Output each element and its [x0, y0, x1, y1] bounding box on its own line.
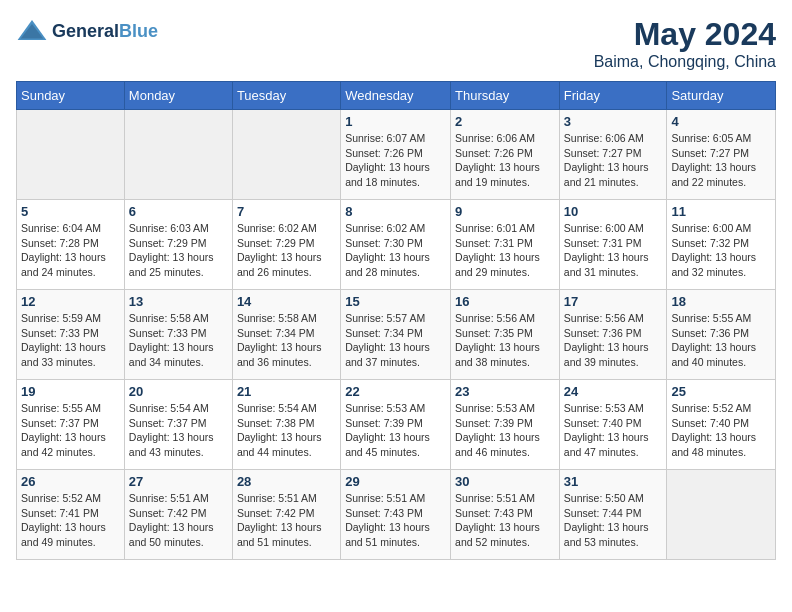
- calendar-cell: 12Sunrise: 5:59 AM Sunset: 7:33 PM Dayli…: [17, 290, 125, 380]
- calendar-cell: 19Sunrise: 5:55 AM Sunset: 7:37 PM Dayli…: [17, 380, 125, 470]
- page-header: GeneralBlue May 2024 Baima, Chongqing, C…: [16, 16, 776, 71]
- day-number: 1: [345, 114, 446, 129]
- calendar-cell: 14Sunrise: 5:58 AM Sunset: 7:34 PM Dayli…: [232, 290, 340, 380]
- calendar-cell: 27Sunrise: 5:51 AM Sunset: 7:42 PM Dayli…: [124, 470, 232, 560]
- calendar-cell: 21Sunrise: 5:54 AM Sunset: 7:38 PM Dayli…: [232, 380, 340, 470]
- weekday-header-tuesday: Tuesday: [232, 82, 340, 110]
- day-number: 2: [455, 114, 555, 129]
- day-number: 27: [129, 474, 228, 489]
- day-number: 21: [237, 384, 336, 399]
- calendar-table: SundayMondayTuesdayWednesdayThursdayFrid…: [16, 81, 776, 560]
- day-info: Sunrise: 6:01 AM Sunset: 7:31 PM Dayligh…: [455, 221, 555, 280]
- day-info: Sunrise: 6:04 AM Sunset: 7:28 PM Dayligh…: [21, 221, 120, 280]
- weekday-header-thursday: Thursday: [451, 82, 560, 110]
- calendar-cell: 5Sunrise: 6:04 AM Sunset: 7:28 PM Daylig…: [17, 200, 125, 290]
- day-number: 24: [564, 384, 663, 399]
- day-number: 29: [345, 474, 446, 489]
- day-info: Sunrise: 6:02 AM Sunset: 7:29 PM Dayligh…: [237, 221, 336, 280]
- calendar-cell: 31Sunrise: 5:50 AM Sunset: 7:44 PM Dayli…: [559, 470, 667, 560]
- calendar-cell: 29Sunrise: 5:51 AM Sunset: 7:43 PM Dayli…: [341, 470, 451, 560]
- main-title: May 2024: [594, 16, 776, 53]
- calendar-cell: [17, 110, 125, 200]
- day-number: 10: [564, 204, 663, 219]
- day-number: 18: [671, 294, 771, 309]
- logo-icon: [16, 16, 48, 48]
- day-number: 4: [671, 114, 771, 129]
- calendar-cell: 30Sunrise: 5:51 AM Sunset: 7:43 PM Dayli…: [451, 470, 560, 560]
- calendar-cell: 6Sunrise: 6:03 AM Sunset: 7:29 PM Daylig…: [124, 200, 232, 290]
- day-info: Sunrise: 5:53 AM Sunset: 7:39 PM Dayligh…: [455, 401, 555, 460]
- calendar-cell: 24Sunrise: 5:53 AM Sunset: 7:40 PM Dayli…: [559, 380, 667, 470]
- day-number: 31: [564, 474, 663, 489]
- weekday-header-sunday: Sunday: [17, 82, 125, 110]
- day-info: Sunrise: 5:58 AM Sunset: 7:33 PM Dayligh…: [129, 311, 228, 370]
- day-number: 26: [21, 474, 120, 489]
- calendar-cell: [667, 470, 776, 560]
- day-number: 12: [21, 294, 120, 309]
- calendar-cell: 28Sunrise: 5:51 AM Sunset: 7:42 PM Dayli…: [232, 470, 340, 560]
- day-info: Sunrise: 5:50 AM Sunset: 7:44 PM Dayligh…: [564, 491, 663, 550]
- day-number: 23: [455, 384, 555, 399]
- day-number: 3: [564, 114, 663, 129]
- calendar-cell: 25Sunrise: 5:52 AM Sunset: 7:40 PM Dayli…: [667, 380, 776, 470]
- day-info: Sunrise: 5:55 AM Sunset: 7:37 PM Dayligh…: [21, 401, 120, 460]
- weekday-header-monday: Monday: [124, 82, 232, 110]
- day-info: Sunrise: 5:53 AM Sunset: 7:40 PM Dayligh…: [564, 401, 663, 460]
- day-info: Sunrise: 5:53 AM Sunset: 7:39 PM Dayligh…: [345, 401, 446, 460]
- title-block: May 2024 Baima, Chongqing, China: [594, 16, 776, 71]
- calendar-cell: 17Sunrise: 5:56 AM Sunset: 7:36 PM Dayli…: [559, 290, 667, 380]
- calendar-cell: 11Sunrise: 6:00 AM Sunset: 7:32 PM Dayli…: [667, 200, 776, 290]
- day-number: 11: [671, 204, 771, 219]
- logo-text: GeneralBlue: [52, 22, 158, 42]
- calendar-cell: 26Sunrise: 5:52 AM Sunset: 7:41 PM Dayli…: [17, 470, 125, 560]
- day-info: Sunrise: 5:55 AM Sunset: 7:36 PM Dayligh…: [671, 311, 771, 370]
- calendar-cell: 4Sunrise: 6:05 AM Sunset: 7:27 PM Daylig…: [667, 110, 776, 200]
- day-info: Sunrise: 5:51 AM Sunset: 7:42 PM Dayligh…: [237, 491, 336, 550]
- calendar-cell: 23Sunrise: 5:53 AM Sunset: 7:39 PM Dayli…: [451, 380, 560, 470]
- day-info: Sunrise: 6:06 AM Sunset: 7:26 PM Dayligh…: [455, 131, 555, 190]
- day-info: Sunrise: 5:52 AM Sunset: 7:41 PM Dayligh…: [21, 491, 120, 550]
- day-info: Sunrise: 5:54 AM Sunset: 7:38 PM Dayligh…: [237, 401, 336, 460]
- day-number: 6: [129, 204, 228, 219]
- day-info: Sunrise: 5:51 AM Sunset: 7:43 PM Dayligh…: [345, 491, 446, 550]
- day-number: 17: [564, 294, 663, 309]
- calendar-cell: 16Sunrise: 5:56 AM Sunset: 7:35 PM Dayli…: [451, 290, 560, 380]
- weekday-header-wednesday: Wednesday: [341, 82, 451, 110]
- day-number: 5: [21, 204, 120, 219]
- day-number: 8: [345, 204, 446, 219]
- calendar-cell: [232, 110, 340, 200]
- calendar-cell: 7Sunrise: 6:02 AM Sunset: 7:29 PM Daylig…: [232, 200, 340, 290]
- day-info: Sunrise: 6:05 AM Sunset: 7:27 PM Dayligh…: [671, 131, 771, 190]
- calendar-cell: 10Sunrise: 6:00 AM Sunset: 7:31 PM Dayli…: [559, 200, 667, 290]
- calendar-cell: [124, 110, 232, 200]
- day-info: Sunrise: 5:57 AM Sunset: 7:34 PM Dayligh…: [345, 311, 446, 370]
- day-info: Sunrise: 6:02 AM Sunset: 7:30 PM Dayligh…: [345, 221, 446, 280]
- day-info: Sunrise: 6:00 AM Sunset: 7:32 PM Dayligh…: [671, 221, 771, 280]
- calendar-cell: 13Sunrise: 5:58 AM Sunset: 7:33 PM Dayli…: [124, 290, 232, 380]
- calendar-cell: 1Sunrise: 6:07 AM Sunset: 7:26 PM Daylig…: [341, 110, 451, 200]
- day-info: Sunrise: 5:58 AM Sunset: 7:34 PM Dayligh…: [237, 311, 336, 370]
- day-number: 14: [237, 294, 336, 309]
- calendar-cell: 18Sunrise: 5:55 AM Sunset: 7:36 PM Dayli…: [667, 290, 776, 380]
- calendar-cell: 15Sunrise: 5:57 AM Sunset: 7:34 PM Dayli…: [341, 290, 451, 380]
- day-info: Sunrise: 5:59 AM Sunset: 7:33 PM Dayligh…: [21, 311, 120, 370]
- day-number: 16: [455, 294, 555, 309]
- calendar-cell: 3Sunrise: 6:06 AM Sunset: 7:27 PM Daylig…: [559, 110, 667, 200]
- day-number: 7: [237, 204, 336, 219]
- day-number: 25: [671, 384, 771, 399]
- day-number: 13: [129, 294, 228, 309]
- day-number: 9: [455, 204, 555, 219]
- day-number: 30: [455, 474, 555, 489]
- weekday-header-saturday: Saturday: [667, 82, 776, 110]
- calendar-cell: 20Sunrise: 5:54 AM Sunset: 7:37 PM Dayli…: [124, 380, 232, 470]
- day-info: Sunrise: 5:51 AM Sunset: 7:43 PM Dayligh…: [455, 491, 555, 550]
- weekday-header-friday: Friday: [559, 82, 667, 110]
- day-info: Sunrise: 5:56 AM Sunset: 7:35 PM Dayligh…: [455, 311, 555, 370]
- day-info: Sunrise: 6:03 AM Sunset: 7:29 PM Dayligh…: [129, 221, 228, 280]
- day-info: Sunrise: 5:54 AM Sunset: 7:37 PM Dayligh…: [129, 401, 228, 460]
- day-info: Sunrise: 5:52 AM Sunset: 7:40 PM Dayligh…: [671, 401, 771, 460]
- day-number: 20: [129, 384, 228, 399]
- day-info: Sunrise: 6:00 AM Sunset: 7:31 PM Dayligh…: [564, 221, 663, 280]
- day-number: 22: [345, 384, 446, 399]
- day-info: Sunrise: 5:56 AM Sunset: 7:36 PM Dayligh…: [564, 311, 663, 370]
